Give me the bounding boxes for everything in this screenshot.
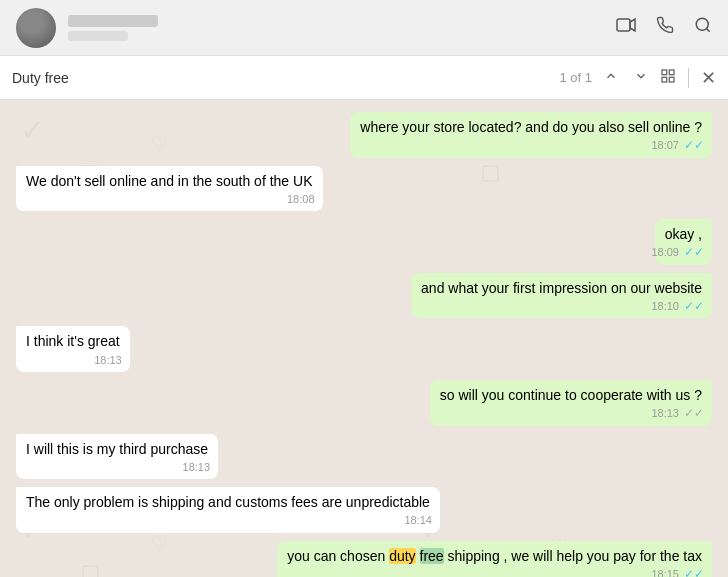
svg-marker-1 [630,19,635,31]
message-time: 18:09 ✓✓ [651,244,704,261]
message-row: okay , 18:09 ✓✓ [16,219,712,265]
message-time: 18:13 [183,460,211,475]
message-time: 18:10 ✓✓ [651,298,704,315]
video-call-icon[interactable] [616,17,636,38]
svg-rect-0 [617,19,630,31]
svg-rect-4 [662,70,667,75]
message-bubble: I will this is my third purchase 18:13 [16,434,218,480]
message-bubble: The only problem is shipping and customs… [16,487,440,533]
message-row: The only problem is shipping and customs… [16,487,712,533]
chat-header [0,0,728,56]
read-ticks: ✓✓ [684,245,704,259]
message-bubble: and what your first impression on our we… [411,273,712,319]
message-row: and what your first impression on our we… [16,273,712,319]
svg-rect-7 [669,77,674,82]
message-text: I think it's great [26,333,120,349]
phone-icon[interactable] [656,16,674,39]
search-next-button[interactable] [630,67,652,88]
message-row: I think it's great 18:13 [16,326,712,372]
message-time: 18:08 [287,192,315,207]
svg-point-2 [696,18,708,30]
message-row: I will this is my third purchase 18:13 [16,434,712,480]
message-text: you can chosen duty free shipping , we w… [287,548,702,564]
search-bar: 1 of 1 ✕ [0,56,728,100]
search-icon[interactable] [694,16,712,39]
read-ticks: ✓✓ [684,567,704,577]
message-text: and what your first impression on our we… [421,280,702,296]
svg-rect-6 [662,77,667,82]
read-ticks: ✓✓ [684,299,704,313]
message-bubble: I think it's great 18:13 [16,326,130,372]
message-text: I will this is my third purchase [26,441,208,457]
read-ticks: ✓✓ [684,406,704,420]
search-count: 1 of 1 [559,70,592,85]
message-bubble: We don't sell online and in the south of… [16,166,323,212]
search-input[interactable] [12,70,551,86]
message-time: 18:13 ✓✓ [651,405,704,422]
chat-area: where your store located? and do you als… [0,100,728,577]
message-bubble: where your store located? and do you als… [350,112,712,158]
search-divider [688,68,689,88]
highlight-duty: duty [389,548,415,564]
message-row: where your store located? and do you als… [16,112,712,158]
message-text: The only problem is shipping and customs… [26,494,430,510]
search-grid-button[interactable] [660,68,676,88]
message-time: 18:13 [94,353,122,368]
message-bubble: so will you continue to cooperate with u… [430,380,712,426]
search-close-button[interactable]: ✕ [701,67,716,89]
header-actions [616,16,712,39]
message-text: so will you continue to cooperate with u… [440,387,702,403]
message-time: 18:07 ✓✓ [651,137,704,154]
message-bubble: okay , 18:09 ✓✓ [655,219,712,265]
message-text: where your store located? and do you als… [360,119,702,135]
message-bubble: you can chosen duty free shipping , we w… [277,541,712,577]
message-text: okay , [665,226,702,242]
search-prev-button[interactable] [600,67,622,88]
read-ticks: ✓✓ [684,138,704,152]
svg-rect-5 [669,70,674,75]
message-row: We don't sell online and in the south of… [16,166,712,212]
message-text: We don't sell online and in the south of… [26,173,313,189]
avatar[interactable] [16,8,56,48]
search-navigation: ✕ [600,67,716,89]
message-row: so will you continue to cooperate with u… [16,380,712,426]
message-row: you can chosen duty free shipping , we w… [16,541,712,577]
message-time: 18:14 [404,513,432,528]
message-time: 18:15 ✓✓ [651,566,704,577]
highlight-free: free [420,548,444,564]
svg-line-3 [706,28,709,31]
